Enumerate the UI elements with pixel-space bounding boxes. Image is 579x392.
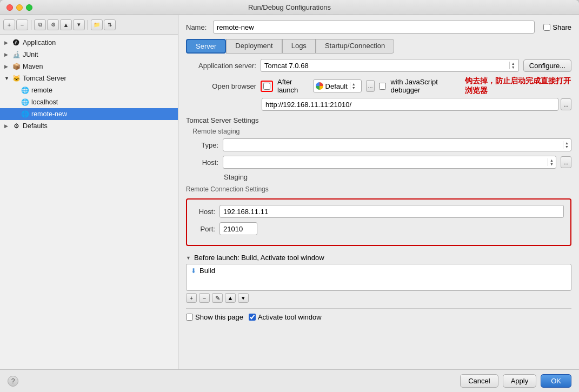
tab-logs[interactable]: Logs bbox=[282, 39, 316, 54]
chrome-icon bbox=[316, 82, 323, 90]
window: Run/Debug Configurations + − ⧉ ⚙ ▲ ▾ 📁 ⇅… bbox=[0, 0, 579, 392]
remove-config-button[interactable]: − bbox=[16, 19, 28, 30]
js-debugger-checkbox[interactable] bbox=[379, 83, 386, 90]
ok-button[interactable]: OK bbox=[541, 374, 571, 388]
url-row: ... bbox=[262, 98, 571, 111]
apply-button[interactable]: Apply bbox=[503, 374, 537, 388]
tab-server[interactable]: Server bbox=[186, 39, 226, 54]
sidebar-item-label: Tomcat Server bbox=[23, 75, 66, 82]
arrow-icon: ▶ bbox=[4, 40, 11, 45]
arrow-icon: ▼ bbox=[4, 76, 11, 81]
app-server-label: Application server: bbox=[186, 62, 256, 70]
host-ellipsis-button[interactable]: ... bbox=[561, 156, 571, 168]
annotation-text: 钩去掉，防止启动完成直接打开浏览器 bbox=[465, 76, 571, 96]
sidebar-tree: ▶ 🅐 Application ▶ 🔬 JUnit ▶ 📦 Maven bbox=[0, 35, 178, 369]
tab-deployment[interactable]: Deployment bbox=[226, 39, 282, 54]
app-server-dropdown[interactable]: Tomcat 7.0.68 ▲ ▼ bbox=[261, 59, 519, 72]
sidebar-item-label: remote bbox=[31, 87, 52, 94]
server-tab-content: Application server: Tomcat 7.0.68 ▲ ▼ Co… bbox=[186, 59, 571, 364]
localhost-icon: 🌐 bbox=[21, 98, 29, 107]
after-launch-checkbox[interactable] bbox=[263, 83, 270, 90]
move-down-button[interactable]: ▾ bbox=[73, 19, 85, 30]
type-dropdown[interactable]: ▲ ▼ bbox=[223, 138, 571, 151]
copy-config-button[interactable]: ⧉ bbox=[34, 19, 46, 30]
type-row: Type: ▲ ▼ bbox=[197, 138, 571, 151]
before-launch-label: Before launch: Build, Activate tool wind… bbox=[194, 254, 324, 262]
sidebar-item-label: Maven bbox=[23, 63, 43, 70]
traffic-lights bbox=[6, 4, 32, 11]
rc-port-input[interactable] bbox=[219, 222, 257, 235]
type-arrows[interactable]: ▲ ▼ bbox=[563, 141, 569, 149]
browser-dropdown[interactable]: Default ▲ ▼ bbox=[313, 79, 362, 92]
app-icon: 🅐 bbox=[12, 38, 21, 47]
host-row: Host: ▲ ▼ ... bbox=[197, 156, 571, 169]
sidebar-item-application[interactable]: ▶ 🅐 Application bbox=[0, 37, 178, 49]
folder-button[interactable]: 📁 bbox=[91, 19, 103, 30]
sidebar-item-localhost[interactable]: ▶ 🌐 localhost bbox=[0, 96, 178, 108]
build-icon: ⬇ bbox=[191, 267, 196, 275]
rc-host-label: Host: bbox=[194, 208, 215, 216]
activate-label: Activate tool window bbox=[258, 313, 322, 321]
share-checkbox[interactable] bbox=[543, 24, 550, 31]
toolbar-separator bbox=[31, 20, 31, 30]
minimize-button[interactable] bbox=[16, 4, 23, 11]
toolbar-separator-2 bbox=[88, 20, 88, 30]
add-config-button[interactable]: + bbox=[3, 19, 15, 30]
close-button[interactable] bbox=[6, 4, 13, 11]
sidebar-item-remote-new[interactable]: ▶ 🌐 remote-new bbox=[0, 108, 178, 120]
down-before-button[interactable]: ▾ bbox=[238, 293, 249, 303]
share-label: Share bbox=[553, 23, 571, 31]
move-up-button[interactable]: ▲ bbox=[60, 19, 72, 30]
remote-connection-section: Remote Connection Settings Host: Port: bbox=[186, 185, 571, 246]
sidebar-item-label: JUnit bbox=[23, 51, 38, 58]
activate-checkbox[interactable] bbox=[249, 314, 256, 321]
show-page-checkbox[interactable] bbox=[186, 314, 193, 321]
help-button[interactable]: ? bbox=[8, 376, 18, 387]
browser-ellipsis-button[interactable]: ... bbox=[366, 80, 375, 92]
before-launch-header[interactable]: ▼ Before launch: Build, Activate tool wi… bbox=[186, 254, 571, 262]
sidebar-item-maven[interactable]: ▶ 📦 Maven bbox=[0, 61, 178, 72]
host-arrows[interactable]: ▲ ▼ bbox=[548, 158, 554, 166]
main-content: + − ⧉ ⚙ ▲ ▾ 📁 ⇅ ▶ 🅐 Application bbox=[0, 15, 579, 369]
tomcat-settings-title: Tomcat Server Settings bbox=[186, 116, 571, 124]
up-before-button[interactable]: ▲ bbox=[225, 293, 236, 303]
tab-startup[interactable]: Startup/Connection bbox=[316, 39, 394, 54]
before-launch-section: ▼ Before launch: Build, Activate tool wi… bbox=[186, 254, 571, 303]
bottom-options-row: Show this page Activate tool window bbox=[186, 308, 571, 321]
window-title: Run/Debug Configurations bbox=[248, 3, 331, 11]
edit-before-button[interactable]: ✎ bbox=[212, 293, 223, 303]
app-server-arrows[interactable]: ▲ ▼ bbox=[509, 62, 515, 69]
sort-button[interactable]: ⇅ bbox=[104, 19, 116, 30]
sidebar-item-junit[interactable]: ▶ 🔬 JUnit bbox=[0, 49, 178, 61]
app-server-value: Tomcat 7.0.68 bbox=[264, 62, 309, 70]
remove-before-button[interactable]: − bbox=[199, 293, 210, 303]
js-debugger-label: with JavaScript debugger bbox=[390, 78, 456, 94]
settings-button[interactable]: ⚙ bbox=[47, 19, 59, 30]
arrow-icon: ▶ bbox=[4, 123, 11, 129]
sidebar-item-label: remote-new bbox=[31, 110, 67, 118]
sidebar-item-remote[interactable]: ▶ 🌐 remote bbox=[0, 84, 178, 96]
add-before-button[interactable]: + bbox=[186, 293, 197, 303]
show-page-label: Show this page bbox=[195, 313, 243, 321]
chevron-up-icon: ▲ bbox=[565, 141, 569, 145]
cancel-button[interactable]: Cancel bbox=[460, 374, 498, 388]
remote-icon: 🌐 bbox=[21, 86, 29, 95]
open-browser-label: Open browser bbox=[186, 82, 256, 90]
collapse-icon: ▼ bbox=[186, 255, 191, 261]
rc-host-input[interactable] bbox=[219, 205, 564, 218]
browser-arrows[interactable]: ▲ ▼ bbox=[350, 82, 356, 90]
url-input[interactable] bbox=[262, 98, 558, 111]
url-ellipsis-button[interactable]: ... bbox=[561, 98, 571, 110]
after-launch-label: After launch bbox=[277, 78, 309, 94]
name-input[interactable] bbox=[213, 21, 535, 34]
maximize-button[interactable] bbox=[26, 4, 32, 11]
configure-button[interactable]: Configure... bbox=[523, 59, 571, 72]
chevron-up-icon: ▲ bbox=[511, 62, 515, 65]
sidebar-item-tomcat-server[interactable]: ▼ 🐱 Tomcat Server bbox=[0, 72, 178, 84]
sidebar-item-label: Application bbox=[23, 39, 56, 46]
chevron-down-icon: ▼ bbox=[352, 86, 356, 90]
after-launch-annotated bbox=[261, 81, 273, 92]
tabs-row: Server Deployment Logs Startup/Connectio… bbox=[186, 39, 571, 54]
sidebar-item-defaults[interactable]: ▶ ⚙ Defaults bbox=[0, 120, 178, 132]
host-dropdown[interactable]: ▲ ▼ bbox=[223, 156, 556, 169]
